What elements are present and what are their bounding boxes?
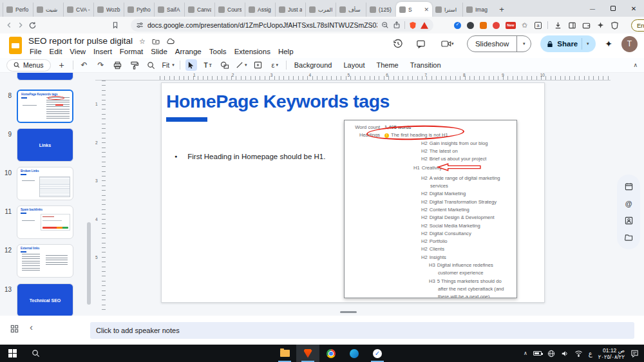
gemini-sparkle-icon[interactable] [605,39,612,49]
keep-icon[interactable] [623,198,634,209]
menu-item[interactable]: View [66,46,90,57]
brave-shields-icon[interactable] [409,21,417,30]
menus-search-button[interactable]: Menus [6,59,51,71]
menu-item[interactable]: Edit [46,46,66,57]
menu-item[interactable]: File [26,46,46,57]
seo-report-image[interactable]: Word count 1,495 words Headings The firs… [344,120,517,298]
menu-item[interactable]: Format [116,46,147,57]
brave-rewards-icon[interactable] [421,22,428,29]
zoom-fit-dropdown[interactable]: Fit ▾ [162,61,175,69]
browser-tab[interactable]: Assig ✕ [245,3,275,17]
slide-thumbnail-8[interactable]: HomePage Keywords tags [17,90,73,123]
network-globe-icon[interactable] [547,350,555,357]
wifi-icon[interactable] [574,350,583,357]
extension-new-badge[interactable]: New [506,22,516,29]
filmstrip-scrollbar[interactable] [87,222,91,305]
browser-tab[interactable]: Cours ✕ [214,3,245,17]
cloud-status-icon[interactable] [166,38,175,44]
grid-view-icon[interactable] [10,325,19,333]
speaker-icon[interactable] [561,350,569,357]
taskbar-clock[interactable]: 01:12 ص ٢٠٢٥/٠٨/٢٢ [598,347,625,360]
zoom-out-icon[interactable] [381,21,389,29]
line-tool-button[interactable]: ▾ [236,59,247,71]
slide-thumbnail-13[interactable]: Technical SEO [17,283,73,316]
window-minimize-button[interactable] [582,0,603,17]
zoom-button[interactable] [146,59,157,71]
special-char-button[interactable]: ▾ [269,59,281,71]
slide-thumbnail-12[interactable]: External links [17,244,73,278]
sidebar-toggle-icon[interactable] [568,21,576,30]
star-icon[interactable] [139,37,146,45]
insert-image-button[interactable] [252,59,264,71]
browser-tab[interactable]: Pytho ✕ [124,3,154,17]
downloads-icon[interactable] [554,21,562,30]
browser-tab[interactable]: Canva ✕ [184,3,214,17]
browser-tab[interactable]: CVA - ✕ [63,3,93,17]
slide-bullet-text[interactable]: First Heading in Homepage should be H1. [175,153,325,160]
slide-thumbnail-11[interactable]: Spam backlinks [17,205,73,239]
redo-button[interactable] [95,59,107,71]
url-text[interactable]: docs.google.com/presentation/d/1ZmPcUopo… [147,21,377,29]
paint-format-button[interactable] [129,59,140,71]
slide-thumbnail-7-partial[interactable] [17,73,73,81]
file-explorer-icon[interactable] [273,345,296,362]
share-page-icon[interactable] [393,21,401,29]
window-maximize-button[interactable] [603,0,623,17]
leo-ai-icon[interactable] [596,21,605,30]
language-indicator[interactable]: ع [589,350,592,357]
slide-thumbnail-9[interactable]: Links [17,128,73,162]
extension-orange-icon[interactable] [480,22,487,29]
collapse-toolbar-icon[interactable] [633,62,638,68]
collapse-filmstrip-icon[interactable] [30,321,33,332]
tab-close-icon[interactable]: ✕ [424,6,429,13]
browser-tab[interactable]: Just a ✕ [275,3,305,17]
slide-thumbnail-10[interactable]: Broken Links [17,167,73,200]
share-button[interactable]: Share ▾ [540,35,596,52]
brave-browser-icon[interactable] [296,345,319,362]
taskbar-search-icon[interactable] [24,345,46,362]
browser-tab[interactable]: Wozb ✕ [93,3,124,17]
window-close-button[interactable] [623,0,644,17]
menu-item[interactable]: Tools [205,46,231,57]
notification-center-icon[interactable] [630,349,639,357]
contacts-icon[interactable] [623,215,634,225]
toolbar-text-button[interactable]: Layout [341,61,367,69]
extension-check-icon[interactable] [454,22,461,29]
slide-canvas[interactable]: HomePage Keywords tags First Heading in … [161,82,545,303]
google-slides-icon[interactable] [9,37,22,54]
menu-item[interactable]: Arrange [171,46,205,57]
forward-icon[interactable] [17,19,24,31]
back-icon[interactable] [5,19,13,31]
meet-camera-icon[interactable]: ▾ [437,37,458,51]
new-slide-button[interactable] [56,59,68,71]
browser-tab[interactable]: (125) ✕ [366,3,396,17]
share-dropdown[interactable]: ▾ [582,38,593,50]
browser-tab[interactable]: SaifA ✕ [154,3,184,17]
wallet-icon[interactable] [582,21,591,30]
version-history-icon[interactable] [391,37,405,51]
print-button[interactable] [112,59,124,71]
checkmark-app-icon[interactable] [366,345,389,362]
browser-tab[interactable]: شيت ✕ [33,3,63,17]
slide-title[interactable]: HomePage Keywords tags [166,91,390,112]
menu-item[interactable]: Insert [90,46,116,57]
start-button[interactable] [0,345,24,362]
speaker-notes-input[interactable]: Click to add speaker notes [90,322,634,339]
bookmark-icon[interactable] [111,19,119,31]
browser-tab[interactable]: المرب ✕ [305,3,336,17]
reload-icon[interactable] [28,19,37,31]
menu-item[interactable]: Help [274,46,298,57]
browser-tab[interactable]: سأف ✕ [336,3,366,17]
toolbar-text-button[interactable]: Background [292,61,335,69]
select-tool-button[interactable] [185,59,197,71]
chrome-icon[interactable] [319,345,343,362]
extension-pinwheel-icon[interactable] [493,22,500,29]
extension-boxed-a-icon[interactable] [535,22,542,29]
browser-tab[interactable]: Perfo ✕ [3,3,33,17]
notes-resize-handle[interactable] [340,311,357,313]
browser-tab[interactable]: Imag ✕ [462,3,493,17]
menu-item[interactable]: Extensions [231,46,274,57]
extension-star-icon[interactable] [522,22,529,29]
move-folder-icon[interactable] [152,38,160,44]
edge-icon[interactable] [343,345,366,362]
